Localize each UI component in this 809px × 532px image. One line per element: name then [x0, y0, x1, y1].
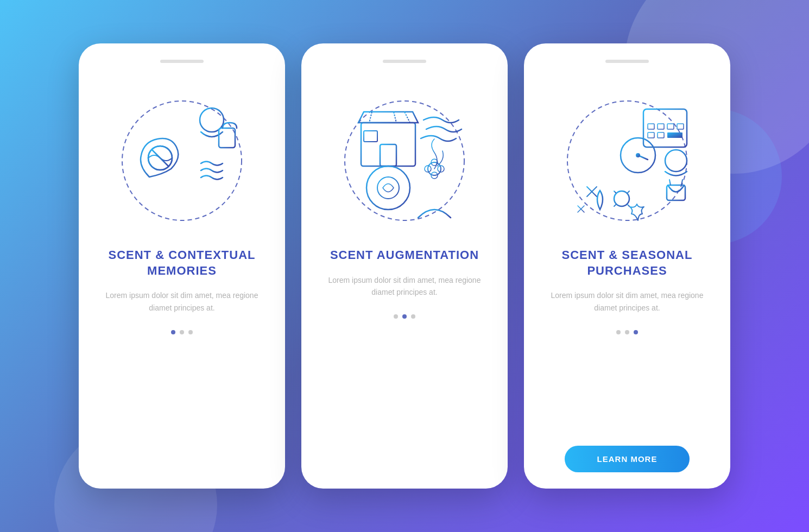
screen1-dots: [171, 330, 193, 334]
svg-rect-39: [658, 132, 664, 138]
svg-line-57: [628, 205, 629, 206]
phone-notch-2: [383, 60, 426, 63]
svg-line-58: [614, 205, 616, 206]
phone-screen-1: SCENT & CONTEXTUAL MEMORIES Lorem ipsum …: [79, 43, 285, 489]
svg-line-10: [369, 112, 372, 123]
svg-line-59: [628, 191, 629, 193]
dot-3-3: [634, 330, 638, 334]
phone-screen-2: SCENT AUGMENTATION Lorem ipsum dolor sit…: [301, 43, 508, 489]
screen1-body: Lorem ipsum dolor sit dim amet, mea regi…: [95, 289, 269, 314]
svg-point-29: [567, 101, 687, 220]
phone-notch-3: [605, 60, 649, 63]
dot-1-2: [180, 330, 184, 334]
svg-rect-37: [677, 124, 684, 129]
dot-1-1: [171, 330, 175, 334]
svg-line-13: [404, 112, 410, 123]
illustration-seasonal: [546, 74, 709, 237]
svg-point-51: [614, 191, 629, 206]
svg-rect-34: [648, 124, 654, 129]
screen2-dots: [394, 314, 415, 319]
svg-marker-9: [358, 112, 418, 123]
screens-container: SCENT & CONTEXTUAL MEMORIES Lorem ipsum …: [79, 43, 730, 489]
screen1-title: SCENT & CONTEXTUAL MEMORIES: [95, 248, 269, 278]
dot-2-2: [402, 314, 407, 319]
svg-point-44: [636, 153, 640, 157]
learn-more-button[interactable]: LEARN MORE: [565, 446, 690, 472]
illustration-augmentation: [323, 74, 486, 237]
svg-line-12: [394, 112, 396, 123]
screen3-dots: [616, 330, 638, 334]
svg-rect-35: [658, 124, 664, 129]
dot-2-3: [411, 314, 415, 319]
screen3-title: SCENT & SEASONAL PURCHASES: [540, 248, 714, 278]
svg-rect-40: [667, 132, 682, 138]
svg-rect-38: [648, 132, 654, 138]
screen2-body: Lorem ipsum dolor sit dim amet, mea regi…: [318, 274, 491, 299]
svg-rect-2: [219, 128, 235, 148]
screen2-title: SCENT AUGMENTATION: [330, 248, 479, 263]
illustration-memories: [100, 74, 263, 237]
dot-3-2: [625, 330, 629, 334]
dot-2-1: [394, 314, 398, 319]
svg-rect-15: [364, 131, 377, 142]
svg-rect-36: [667, 124, 674, 129]
screen3-body: Lorem ipsum dolor sit dim amet, mea regi…: [540, 289, 714, 314]
svg-line-56: [614, 191, 616, 193]
svg-point-45: [665, 150, 687, 172]
dot-3-1: [616, 330, 621, 334]
phone-screen-3: SCENT & SEASONAL PURCHASES Lorem ipsum d…: [524, 43, 730, 489]
dot-1-3: [188, 330, 193, 334]
svg-rect-14: [380, 144, 396, 166]
phone-notch-1: [160, 60, 204, 63]
